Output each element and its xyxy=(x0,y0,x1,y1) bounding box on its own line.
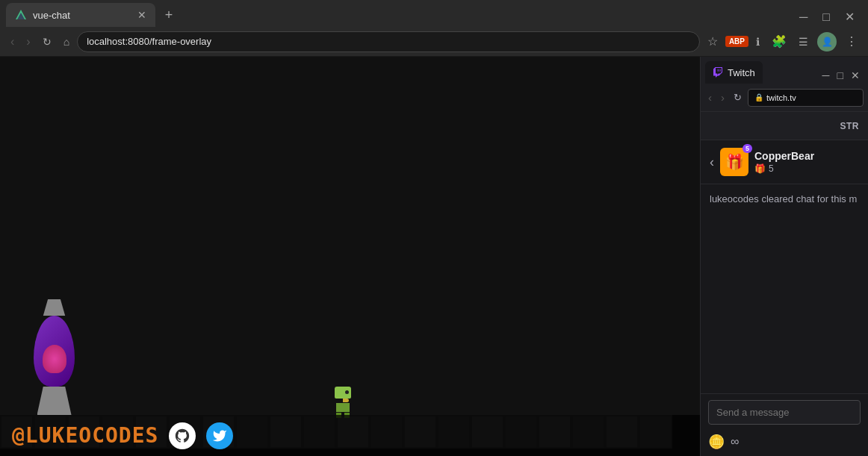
gift-badge: 5 xyxy=(743,144,752,153)
address-text: localhost:8080/frame-overlay xyxy=(87,36,211,47)
twitter-icon[interactable] xyxy=(206,422,233,449)
stream-label: STR xyxy=(840,121,860,131)
twitch-chat-messages: lukeocodes cleared chat for this m xyxy=(701,184,868,393)
system-message: lukeocodes cleared chat for this m xyxy=(710,193,857,204)
twitch-forward-button[interactable]: › xyxy=(718,90,728,105)
abp-button[interactable]: ABP xyxy=(725,36,748,47)
info-button[interactable]: ℹ xyxy=(751,33,764,51)
minimize-button[interactable]: ─ xyxy=(792,10,815,24)
user-info: CopperBear 🎁 5 xyxy=(754,150,814,174)
twitch-address-text: twitch.tv xyxy=(766,93,796,102)
twitch-logo-icon xyxy=(713,67,723,78)
github-icon[interactable] xyxy=(169,422,196,449)
bookmark-button[interactable]: ☆ xyxy=(703,31,722,51)
twitch-tab-title: Twitch xyxy=(728,67,755,78)
twitch-stream-header: STR xyxy=(701,112,868,140)
twitch-tab[interactable]: Twitch xyxy=(705,61,763,84)
overlay-username: @LUKEOCODES xyxy=(12,423,158,448)
twitch-reload-button[interactable]: ↻ xyxy=(731,90,745,104)
twitch-maximize-button[interactable]: □ xyxy=(834,69,847,81)
maximize-button[interactable]: □ xyxy=(815,10,837,24)
user-badges: 🎁 5 xyxy=(754,163,814,174)
username: CopperBear xyxy=(754,150,814,162)
badge-number: 5 xyxy=(769,163,774,174)
history-button[interactable]: ☰ xyxy=(794,33,813,51)
reload-button[interactable]: ↻ xyxy=(38,33,56,51)
tab-close-icon[interactable]: ✕ xyxy=(137,9,146,21)
lava-lamp xyxy=(34,299,75,415)
menu-button[interactable]: ⋮ xyxy=(841,31,862,51)
twitch-address-bar[interactable]: 🔒 twitch.tv xyxy=(748,89,864,107)
infinity-icon[interactable]: ∞ xyxy=(731,435,739,449)
overlay-bar: @LUKEOCODES xyxy=(0,415,700,456)
extensions-button[interactable]: 🧩 xyxy=(767,31,791,51)
message-input[interactable] xyxy=(708,400,861,425)
twitch-close-button[interactable]: ✕ xyxy=(847,69,864,81)
back-button[interactable]: ‹ xyxy=(6,32,19,51)
tab-title: vue-chat xyxy=(33,10,131,21)
chat-collapse-button[interactable]: ‹ xyxy=(710,154,714,170)
game-character xyxy=(332,387,353,415)
twitch-sidebar: Twitch ─ □ ✕ ‹ › ↻ 🔒 twitch.tv xyxy=(700,57,868,456)
coin-icon[interactable]: 🪙 xyxy=(708,434,725,450)
close-button[interactable]: ✕ xyxy=(837,10,862,24)
twitch-input-area xyxy=(701,393,868,431)
twitch-minimize-button[interactable]: ─ xyxy=(819,69,834,81)
browser-tab[interactable]: vue-chat ✕ xyxy=(6,3,155,27)
twitter-logo-icon xyxy=(212,428,227,443)
browser-content: @LUKEOCODES xyxy=(0,57,700,456)
vue-logo-icon xyxy=(15,9,27,21)
home-button[interactable]: ⌂ xyxy=(59,33,74,51)
profile-button[interactable]: 👤 xyxy=(816,31,838,53)
gift-icon: 🎁 5 xyxy=(720,148,748,176)
forward-button[interactable]: › xyxy=(22,32,34,51)
twitch-input-actions: 🪙 ∞ xyxy=(701,431,868,456)
twitch-chat-header: ‹ 🎁 5 CopperBear 🎁 5 xyxy=(701,140,868,184)
twitch-back-button[interactable]: ‹ xyxy=(705,90,715,105)
address-bar[interactable]: localhost:8080/frame-overlay xyxy=(77,31,700,52)
github-logo-icon xyxy=(174,428,190,444)
gift-badge-icon: 🎁 xyxy=(754,163,766,174)
new-tab-button[interactable]: + xyxy=(158,4,179,25)
